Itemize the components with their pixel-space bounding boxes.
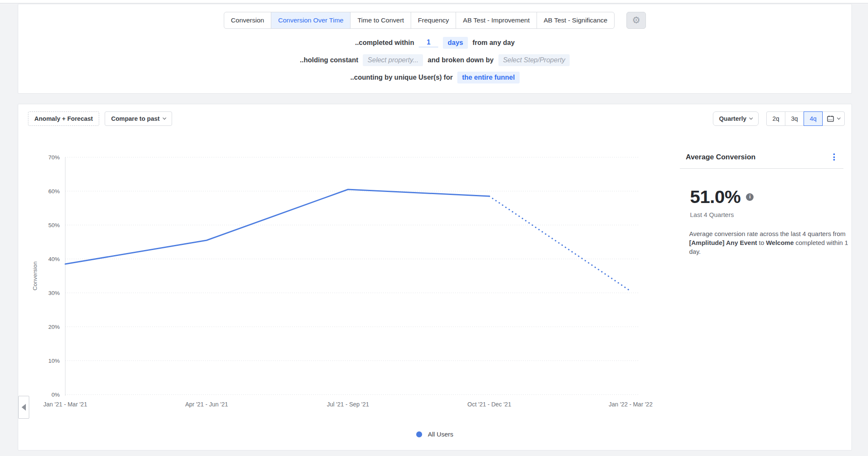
x-tick-label: Apr '21 - Jun '21 bbox=[185, 401, 228, 408]
chevron-down-icon bbox=[162, 116, 166, 120]
date-range-segment: 2q 3q 4q bbox=[766, 111, 845, 126]
kebab-menu-icon[interactable] bbox=[832, 152, 837, 162]
compare-to-past-label: Compare to past bbox=[111, 115, 159, 122]
top-header-strip bbox=[0, 0, 868, 3]
counting-by-label: ..counting by unique User(s) for bbox=[350, 74, 453, 81]
broken-down-by-label: and broken down by bbox=[428, 56, 494, 64]
completed-within-label: ..completed within bbox=[355, 39, 415, 47]
chart-legend: All Users bbox=[18, 431, 851, 438]
y-axis-title: Conversion bbox=[32, 261, 38, 290]
summary-period: Last 4 Quarters bbox=[690, 211, 843, 218]
chart-controls: Anomaly + Forecast Compare to past Quart… bbox=[28, 111, 845, 126]
interval-label: Quarterly bbox=[719, 115, 746, 122]
collapse-left-icon bbox=[22, 404, 26, 411]
holding-constant-row: ..holding constant Select property... an… bbox=[300, 54, 570, 67]
summary-value-row: 51.0% i bbox=[690, 186, 843, 207]
y-tick-label: 60% bbox=[48, 188, 60, 195]
y-tick-label: 20% bbox=[48, 324, 60, 330]
counting-by-row: ..counting by unique User(s) for the ent… bbox=[350, 71, 519, 84]
tab-conversion-over-time[interactable]: Conversion Over Time bbox=[271, 12, 351, 29]
tab-conversion[interactable]: Conversion bbox=[224, 12, 271, 29]
x-tick-label: Jan '21 - Mar '21 bbox=[43, 401, 87, 408]
chevron-down-icon bbox=[837, 116, 840, 120]
range-3q-button[interactable]: 3q bbox=[785, 111, 804, 126]
range-4q-button[interactable]: 4q bbox=[804, 111, 823, 126]
chart-panel: Anomaly + Forecast Compare to past Quart… bbox=[18, 104, 852, 450]
completed-within-unit-select[interactable]: days bbox=[443, 37, 467, 49]
x-tick-label: Jan '22 - Mar '22 bbox=[609, 401, 653, 408]
interval-select-button[interactable]: Quarterly bbox=[713, 111, 759, 126]
legend-label[interactable]: All Users bbox=[428, 431, 453, 438]
x-tick-label: Oct '21 - Dec '21 bbox=[467, 401, 512, 408]
entire-funnel-select[interactable]: the entire funnel bbox=[457, 72, 519, 83]
legend-dot[interactable] bbox=[416, 431, 422, 437]
tab-frequency[interactable]: Frequency bbox=[411, 12, 456, 29]
y-tick-label: 50% bbox=[48, 222, 60, 228]
tab-ab-test-improvement[interactable]: AB Test - Improvement bbox=[456, 12, 537, 29]
y-tick-label: 40% bbox=[48, 256, 60, 262]
compare-to-past-button[interactable]: Compare to past bbox=[105, 111, 172, 126]
y-tick-label: 10% bbox=[48, 358, 60, 364]
collapse-panel-button[interactable] bbox=[18, 396, 29, 419]
y-tick-label: 70% bbox=[48, 154, 60, 161]
anomaly-forecast-button[interactable]: Anomaly + Forecast bbox=[28, 111, 99, 126]
series-forecast-line bbox=[490, 196, 631, 291]
summary-divider bbox=[680, 168, 843, 169]
summary-title: Average Conversion bbox=[686, 153, 756, 161]
select-property-input[interactable]: Select property... bbox=[363, 54, 423, 66]
from-any-day-label: from any day bbox=[473, 39, 515, 47]
calendar-icon bbox=[827, 115, 834, 122]
summary-description: Average conversion rate across the last … bbox=[689, 229, 850, 256]
range-2q-button[interactable]: 2q bbox=[766, 111, 785, 126]
chart-settings-button[interactable]: ⚙︎ bbox=[626, 12, 646, 29]
view-tabs: Conversion Conversion Over Time Time to … bbox=[18, 12, 851, 29]
query-definition: ..completed within days from any day ..h… bbox=[18, 36, 851, 84]
average-conversion-value: 51.0% bbox=[690, 186, 740, 207]
holding-constant-label: ..holding constant bbox=[300, 56, 359, 64]
tab-group: Conversion Conversion Over Time Time to … bbox=[224, 12, 615, 29]
custom-date-range-button[interactable] bbox=[822, 111, 845, 126]
chevron-down-icon bbox=[749, 116, 753, 120]
series-line bbox=[65, 189, 490, 264]
info-icon[interactable]: i bbox=[746, 193, 754, 201]
tab-time-to-convert[interactable]: Time to Convert bbox=[350, 12, 411, 29]
y-tick-label: 30% bbox=[48, 290, 60, 296]
average-conversion-summary: Average Conversion 51.0% i Last 4 Quarte… bbox=[680, 152, 843, 256]
tab-ab-test-significance[interactable]: AB Test - Significance bbox=[537, 12, 615, 29]
funnel-query-panel: Conversion Conversion Over Time Time to … bbox=[18, 4, 852, 94]
completed-within-value-input[interactable] bbox=[419, 38, 438, 47]
summary-header: Average Conversion bbox=[680, 152, 843, 162]
completed-within-row: ..completed within days from any day bbox=[355, 36, 515, 49]
select-step-property-input[interactable]: Select Step/Property bbox=[498, 54, 570, 66]
gear-icon: ⚙︎ bbox=[632, 16, 640, 25]
x-tick-label: Jul '21 - Sep '21 bbox=[327, 401, 369, 408]
conversion-over-time-chart: 0%10%20%30%40%50%60%70%Jan '21 - Mar '21… bbox=[26, 149, 662, 428]
y-tick-label: 0% bbox=[51, 392, 60, 398]
